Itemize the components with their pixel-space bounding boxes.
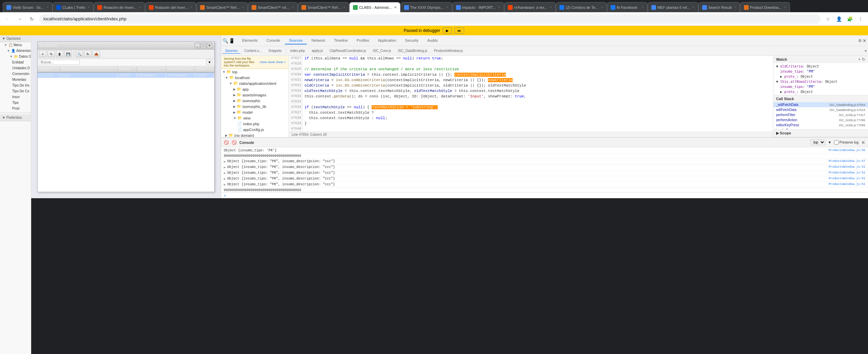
sidebar-insur[interactable]: Insur (3, 94, 31, 100)
cl-expand-2[interactable]: ▶ (224, 160, 226, 164)
ft-isomorphic[interactable]: ▶ 📁 isomorphic (221, 98, 289, 104)
cl-expand-3[interactable]: ▶ (224, 165, 226, 169)
close-tab-mef[interactable]: ✕ (692, 5, 695, 9)
extensions-icon[interactable]: 🧩 (845, 14, 854, 24)
cl-ref-pw51d[interactable]: ProductoWindow.js:51 (829, 183, 865, 186)
close-tab-rot1[interactable]: ✕ (139, 5, 141, 9)
console-filter-icon[interactable]: ▼ (828, 141, 831, 144)
sidebar-tipo[interactable]: Tipo (3, 100, 31, 106)
menu-icon[interactable]: ⋮ (856, 14, 865, 24)
cl-ref-pw57[interactable]: ProductoWindow.js:57 (829, 160, 865, 163)
cs-willFetchData[interactable]: _willFetchData ISC_DataBinding.js:47654 (773, 102, 868, 107)
tab-audits[interactable]: Audits (423, 37, 442, 44)
tab-search[interactable]: Search Result ✕ (698, 2, 740, 12)
address-bar[interactable] (39, 14, 821, 24)
tab-combos[interactable]: (2) Combos de Te... ✕ (556, 2, 607, 12)
workspace-action[interactable]: more never show × (260, 60, 286, 64)
sidebar-prod[interactable]: Prod (3, 106, 31, 111)
console-input[interactable] (227, 193, 865, 198)
col-descripcion[interactable]: Descripción ↑ (60, 66, 118, 72)
subtab-iscdatabinding[interactable]: ISC_DataBinding.js (395, 48, 430, 53)
ft-model[interactable]: ▶ 📁 model (221, 109, 289, 115)
tab-application[interactable]: Application (374, 37, 400, 44)
tab-timeline[interactable]: Timeline (330, 37, 352, 44)
close-tab-pdl[interactable]: ✕ (784, 5, 786, 9)
close-tab-sc1[interactable]: ✕ (241, 5, 244, 9)
tab-clabs-active[interactable]: CLABS - Administ... ✕ (349, 2, 400, 12)
sidebar-tipo-co[interactable]: Tipo De Co (3, 88, 31, 94)
subtab-more-icon[interactable]: » (865, 49, 867, 53)
tab-visify[interactable]: Visify Scrum - Sc... ✕ (3, 2, 53, 12)
cl-ref-pw51b[interactable]: ProductoWindow.js:51 (829, 171, 865, 174)
cs-invokeSuper1[interactable]: invokeSuper ISC_Core.js:6691 (773, 128, 868, 129)
sidebar-preferidos[interactable]: ▼ Preferidos (0, 114, 31, 121)
ft-clabs-path[interactable]: ▼ 📁 clabs/application/client (221, 80, 289, 86)
sidebar-menu[interactable]: ▼ 📋 Menu (3, 42, 31, 48)
tab-mef[interactable]: MEF plantas 6 ref... ✕ (648, 2, 698, 12)
subtab-productowindow[interactable]: ProductoWindow.js (431, 48, 466, 53)
ft-appconfig[interactable]: 📄 appConfig.js (221, 127, 289, 132)
tab-sc3[interactable]: SmartClient™ Ref... ✕ (298, 2, 349, 12)
call-stack-header[interactable]: Call Stack (773, 95, 868, 102)
watch-refresh-button[interactable]: ↻ (862, 57, 865, 62)
tab-product-dl[interactable]: Product Downloa... ✕ (740, 2, 790, 12)
close-tab-search[interactable]: ✕ (734, 5, 736, 9)
cl-ref-pw51a[interactable]: ProductoWindow.js:51 (829, 165, 865, 169)
tab-network[interactable]: Network (308, 37, 329, 44)
subtab-isccore[interactable]: ISC_Core.js (370, 48, 394, 53)
maximize-button[interactable]: □ (201, 43, 206, 48)
ft-nodomain[interactable]: ▶ 📁 (no domain) (221, 132, 289, 137)
code-content[interactable]: 47627 if (this.allData == null && this.a… (289, 56, 773, 132)
console-close-button[interactable]: ✕ (861, 140, 865, 145)
sidebar-unidades[interactable]: Unidades D (3, 65, 31, 71)
cs-performFilter[interactable]: performFilter ISC_Grids.js:77417 (773, 112, 868, 117)
preserve-log-checkbox[interactable] (834, 140, 839, 145)
subtab-clipresult[interactable]: ClipResultCoordinator.js (327, 48, 369, 53)
sidebar-administrador[interactable]: ▼ 👤 Administrador (3, 48, 31, 54)
ft-indexphp[interactable]: 📄 index.php (221, 121, 289, 127)
tab-security[interactable]: Security (401, 37, 423, 44)
watch-allrowscriteria[interactable]: ▼ this.allRowsCriteria: Object (773, 79, 868, 84)
close-tab-rot2[interactable]: ✕ (190, 5, 193, 9)
close-window-button[interactable]: ✕ (207, 43, 212, 48)
tab-facebook[interactable]: fb Facebook ✕ (607, 2, 648, 12)
ft-view[interactable]: ▼ 📁 view (221, 115, 289, 121)
bookmark-icon[interactable]: ☆ (823, 14, 833, 24)
filter-icon-button[interactable]: ▼ (206, 59, 213, 65)
toolbar-delete[interactable]: 🗑 (56, 51, 63, 57)
close-tab-clabs[interactable]: ✕ (394, 5, 397, 9)
close-tab-fb[interactable]: ✕ (641, 5, 644, 9)
sidebar-conversion[interactable]: Conversión (3, 71, 31, 77)
toolbar-save[interactable]: 💾 (64, 51, 72, 57)
tab-impacto[interactable]: Impacto - IMPORT... ✕ (452, 2, 504, 12)
forward-button[interactable]: → (15, 14, 24, 24)
toolbar-export[interactable]: 📤 (93, 51, 100, 57)
grid-row-1[interactable]: CCCCCC ccccc 2.0000 Kilogramos Yen Japon… (38, 73, 214, 78)
console-errors-button[interactable]: 🚫 (224, 140, 229, 145)
reload-button[interactable]: ↻ (27, 14, 37, 24)
console-clear-button[interactable]: 🚫 (232, 140, 237, 145)
close-tab-sc2[interactable]: ✕ (291, 5, 294, 9)
subtab-applyjs[interactable]: apply.js (309, 48, 326, 53)
ft-isolib[interactable]: ▶ 📁 isomorphic_lib (221, 104, 289, 109)
col-costo[interactable]: Costo ↑ (195, 66, 214, 72)
subtab-indexphp[interactable]: index.php (288, 48, 308, 53)
cl-expand-5[interactable]: ▶ (224, 177, 226, 181)
scope-header[interactable]: ▶ Scope (773, 130, 868, 137)
back-button[interactable]: ← (3, 14, 12, 24)
cl-expand-4[interactable]: ▶ (224, 171, 226, 175)
devtools-close-icon[interactable]: ✕ (863, 38, 867, 43)
sidebar-tipo-ins[interactable]: Tipo De Ins (3, 82, 31, 88)
watch-arc-proto[interactable]: ▶ proto_: Object (773, 89, 868, 94)
profile-icon[interactable]: 👤 (834, 14, 844, 24)
tab-trello[interactable]: CLabs | Trello ✕ (53, 2, 94, 12)
cl-ref-pw51c[interactable]: ProductoWindow.js:51 (829, 177, 865, 180)
cs-willFetchData2[interactable]: willFetchData ISC_DataBinding.js:47616 (773, 107, 868, 112)
devtools-device-icon[interactable]: 📱 (229, 38, 235, 43)
tab-elements[interactable]: Elements (238, 37, 262, 44)
ft-app[interactable]: ▶ 📁 app (221, 86, 289, 92)
cs-performAction[interactable]: performAction ISC_Grids.js:77286 (773, 117, 868, 123)
toolbar-add[interactable]: + (39, 51, 46, 57)
sidebar-monedas[interactable]: Monedas (3, 77, 31, 82)
watch-add-button[interactable]: + (858, 57, 861, 62)
